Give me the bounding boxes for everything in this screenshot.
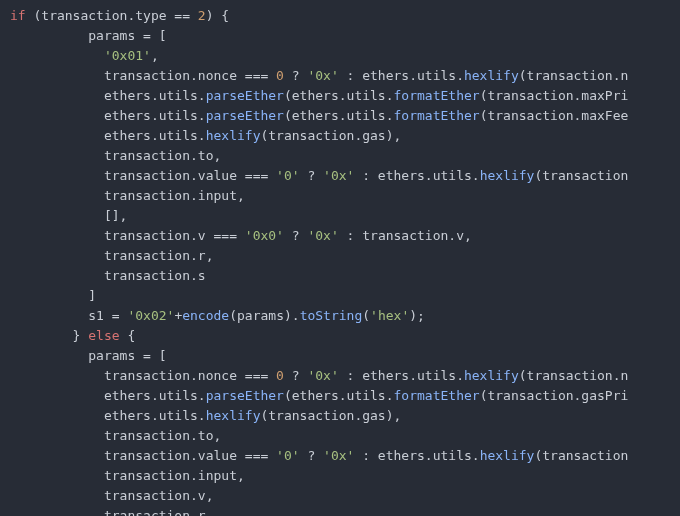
token-id: parseEther — [206, 388, 284, 403]
token-pl: ethers.utils. — [10, 108, 206, 123]
token-pl: : ethers.utils. — [339, 368, 464, 383]
token-id: encode — [182, 308, 229, 323]
token-pl: (transaction.gasPri — [480, 388, 629, 403]
code-line: ethers.utils.hexlify(transaction.gas), — [10, 128, 401, 143]
code-line: [], — [10, 208, 127, 223]
token-pl: transaction.r, — [10, 508, 214, 516]
token-kw: if — [10, 8, 26, 23]
token-pl: ethers.utils. — [10, 128, 206, 143]
token-pl: transaction.s — [10, 268, 206, 283]
code-line: params = [ — [10, 28, 167, 43]
token-pl: params = [ — [10, 28, 167, 43]
code-line: ethers.utils.hexlify(transaction.gas), — [10, 408, 401, 423]
token-pl: transaction.to, — [10, 148, 221, 163]
code-line: ethers.utils.parseEther(ethers.utils.for… — [10, 108, 628, 123]
token-pl: transaction.value === — [10, 168, 276, 183]
token-pl: (ethers.utils. — [284, 88, 394, 103]
token-str: '0x' — [323, 448, 354, 463]
token-pl: transaction.input, — [10, 188, 245, 203]
token-pl: ethers.utils. — [10, 388, 206, 403]
token-pl: : ethers.utils. — [339, 68, 464, 83]
token-pl: params = [ — [10, 348, 167, 363]
token-str: '0x' — [323, 168, 354, 183]
token-pl: ethers.utils. — [10, 88, 206, 103]
token-pl: transaction.to, — [10, 428, 221, 443]
token-str: '0x' — [307, 228, 338, 243]
token-pl: ? — [300, 168, 323, 183]
token-id: formatEther — [394, 108, 480, 123]
token-pl: ( — [362, 308, 370, 323]
token-pl: (ethers.utils. — [284, 388, 394, 403]
token-pl: (params). — [229, 308, 299, 323]
token-pl: [], — [10, 208, 127, 223]
token-pl: transaction.r, — [10, 248, 214, 263]
token-str: '0x02' — [127, 308, 174, 323]
token-pl: transaction.value === — [10, 448, 276, 463]
token-pl: , — [151, 48, 159, 63]
token-pl: ] — [10, 288, 96, 303]
code-line: } else { — [10, 328, 135, 343]
token-num: 0 — [276, 368, 284, 383]
token-id: parseEther — [206, 88, 284, 103]
token-pl: (transaction.n — [519, 368, 629, 383]
token-pl: transaction.nonce === — [10, 368, 276, 383]
token-str: '0x' — [307, 68, 338, 83]
code-line: s1 = '0x02'+encode(params).toString('hex… — [10, 308, 425, 323]
code-line: if (transaction.type == 2) { — [10, 8, 229, 23]
token-num: 2 — [198, 8, 206, 23]
token-str: '0' — [276, 168, 299, 183]
token-pl: (transaction — [534, 168, 628, 183]
token-str: '0x0' — [245, 228, 284, 243]
token-pl: } — [10, 328, 88, 343]
token-pl: ? — [284, 228, 307, 243]
code-block: if (transaction.type == 2) { params = [ … — [0, 0, 680, 516]
token-id: hexlify — [480, 448, 535, 463]
code-line: transaction.r, — [10, 508, 214, 516]
token-id: hexlify — [206, 128, 261, 143]
token-kw: else — [88, 328, 119, 343]
token-pl: ); — [409, 308, 425, 323]
token-id: formatEther — [394, 88, 480, 103]
token-pl: ? — [284, 368, 307, 383]
token-pl: : ethers.utils. — [354, 448, 479, 463]
token-pl: (transaction — [534, 448, 628, 463]
code-line: transaction.to, — [10, 428, 221, 443]
code-line: transaction.nonce === 0 ? '0x' : ethers.… — [10, 368, 628, 383]
token-pl: : transaction.v, — [339, 228, 472, 243]
token-num: 0 — [276, 68, 284, 83]
token-pl — [10, 48, 104, 63]
token-str: '0x' — [307, 368, 338, 383]
code-line: ] — [10, 288, 96, 303]
token-pl: s1 = — [10, 308, 127, 323]
code-line: transaction.v, — [10, 488, 214, 503]
code-line: transaction.nonce === 0 ? '0x' : ethers.… — [10, 68, 628, 83]
token-pl: (transaction.gas), — [260, 408, 401, 423]
code-line: transaction.r, — [10, 248, 214, 263]
token-pl: { — [120, 328, 136, 343]
token-pl: transaction.nonce === — [10, 68, 276, 83]
token-id: toString — [300, 308, 363, 323]
token-pl: : ethers.utils. — [354, 168, 479, 183]
code-line: transaction.to, — [10, 148, 221, 163]
code-line: ethers.utils.parseEther(ethers.utils.for… — [10, 88, 628, 103]
token-pl: ) { — [206, 8, 229, 23]
token-pl: (transaction.type == — [26, 8, 198, 23]
token-pl: (transaction.gas), — [260, 128, 401, 143]
code-line: transaction.value === '0' ? '0x' : ether… — [10, 168, 628, 183]
token-str: '0x01' — [104, 48, 151, 63]
token-id: parseEther — [206, 108, 284, 123]
code-line: params = [ — [10, 348, 167, 363]
code-line: transaction.v === '0x0' ? '0x' : transac… — [10, 228, 472, 243]
token-pl: (transaction.maxFee — [480, 108, 629, 123]
code-line: transaction.input, — [10, 468, 245, 483]
token-pl: transaction.v === — [10, 228, 245, 243]
code-line: transaction.value === '0' ? '0x' : ether… — [10, 448, 628, 463]
token-pl: (transaction.maxPri — [480, 88, 629, 103]
token-id: hexlify — [464, 68, 519, 83]
token-id: formatEther — [394, 388, 480, 403]
token-pl: ? — [284, 68, 307, 83]
code-line: transaction.input, — [10, 188, 245, 203]
token-pl: ? — [300, 448, 323, 463]
token-pl: transaction.v, — [10, 488, 214, 503]
token-str: 'hex' — [370, 308, 409, 323]
